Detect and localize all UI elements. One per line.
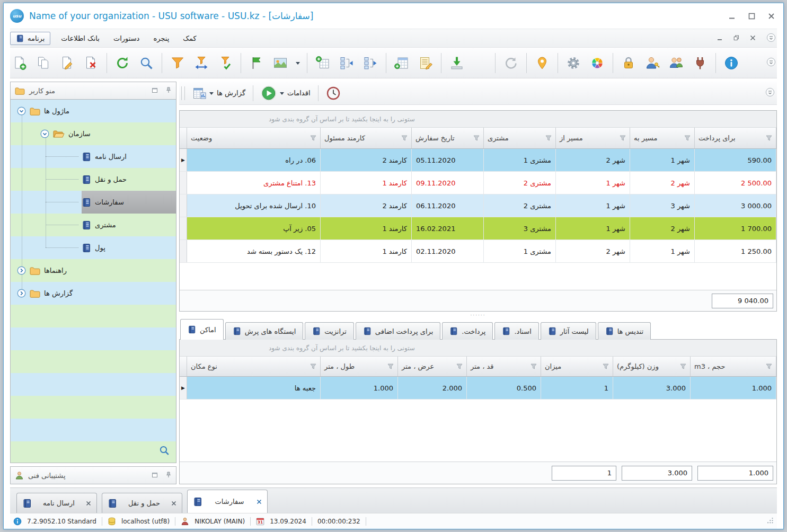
tree-item-reports[interactable]: گزارش ها <box>11 282 176 305</box>
expand-icon[interactable] <box>17 289 26 298</box>
column-header-employee[interactable]: کارمند مسئول <box>321 128 412 148</box>
column-header-weight[interactable]: وزن (کیلوگرم) <box>613 357 691 376</box>
filter-range-icon[interactable] <box>193 55 210 72</box>
resize-grip[interactable] <box>766 517 774 526</box>
collapse-icon[interactable] <box>17 107 26 116</box>
cell-length[interactable]: 1.000 <box>321 377 398 399</box>
cell-route-from[interactable]: شهر 1 <box>556 172 630 194</box>
order-row-3[interactable]: 10. ارسال شده برای تحویل کارمند 2 06.11.… <box>180 194 776 217</box>
edit-document-icon[interactable] <box>59 55 76 72</box>
refresh-icon[interactable] <box>114 55 131 72</box>
cell-amount[interactable]: 1 <box>541 377 613 399</box>
tab-statuses[interactable]: تندیس ها <box>598 322 651 340</box>
column-header-route-from[interactable]: مسیر از <box>556 128 630 148</box>
mdi-minimize-button[interactable] <box>717 34 723 42</box>
close-icon[interactable] <box>257 499 262 504</box>
tab-works-list[interactable]: لیست آثار <box>541 322 596 340</box>
cell-height[interactable]: 0.500 <box>467 377 541 399</box>
timer-button[interactable] <box>323 84 343 102</box>
filter-icon[interactable] <box>401 135 408 141</box>
cell-route-to[interactable]: شهر 2 <box>630 172 695 194</box>
filter-icon[interactable] <box>766 135 772 141</box>
tree-item-customer[interactable]: مشتری <box>11 214 176 236</box>
filter-icon[interactable] <box>545 135 552 141</box>
close-button[interactable] <box>768 13 775 20</box>
doc-tab-transport[interactable]: حمل و نقل <box>102 493 182 513</box>
sidebar-float-button[interactable] <box>152 87 158 95</box>
tab-jump-stations[interactable]: ایستگاه های پرش <box>225 322 304 340</box>
column-header-length[interactable]: طول ، متر <box>321 357 398 376</box>
close-icon[interactable] <box>171 501 176 506</box>
filter-icon[interactable] <box>310 135 316 141</box>
user-permissions-icon[interactable] <box>644 55 661 72</box>
cell-payment[interactable]: 1 250.00 <box>695 240 776 262</box>
cell-order-date[interactable]: 09.11.2020 <box>412 172 484 194</box>
filter-icon[interactable] <box>620 135 626 141</box>
cell-customer[interactable]: مشتری 1 <box>484 240 556 262</box>
cell-weight[interactable]: 3.000 <box>613 377 691 399</box>
cell-width[interactable]: 2.000 <box>398 377 467 399</box>
tree-search-button[interactable] <box>159 445 170 457</box>
cell-volume[interactable]: 1.000 <box>691 377 776 399</box>
tree-item-send-letter[interactable]: ارسال نامه <box>11 145 176 168</box>
cell-route-to[interactable]: شهر 3 <box>630 194 695 217</box>
filter-icon[interactable] <box>530 363 537 370</box>
filter-icon[interactable] <box>169 55 186 72</box>
cell-route-from[interactable]: شهر 2 <box>556 149 630 171</box>
cell-route-from[interactable]: شهر 1 <box>556 194 630 217</box>
plugin-icon[interactable] <box>692 55 709 72</box>
notes-icon[interactable] <box>417 55 434 72</box>
group-by-panel[interactable]: ستونی را به اینجا بکشید تا بر اساس آن گر… <box>180 111 776 128</box>
filter-icon[interactable] <box>684 135 691 141</box>
cell-employee[interactable]: کارمند 2 <box>321 194 412 217</box>
cell-route-to[interactable]: شهر 1 <box>630 240 695 262</box>
order-row-5[interactable]: 12. یک دستور بسته شد کارمند 1 02.11.2020… <box>180 240 776 263</box>
cell-route-to[interactable]: شهر 2 <box>630 217 695 240</box>
column-header-customer[interactable]: مشتری <box>484 128 556 148</box>
minimize-button[interactable] <box>729 13 736 20</box>
order-row-4[interactable]: 05. زیر آپ کارمند 1 16.02.2021 مشتری 3 ش… <box>180 217 776 240</box>
sidebar-pin-button[interactable] <box>165 87 172 95</box>
menu-item-help[interactable]: کمک <box>176 31 202 46</box>
cell-status[interactable]: 13. امتناع مشتری <box>187 172 321 194</box>
tree-item-transport[interactable]: حمل و نقل <box>11 168 176 191</box>
footer-float-button[interactable] <box>152 472 158 480</box>
settings-gear-icon[interactable] <box>565 55 582 72</box>
order-row-2[interactable]: 13. امتناع مشتری کارمند 1 09.11.2020 مشت… <box>180 172 776 194</box>
column-header-amount[interactable]: میزان <box>541 357 613 376</box>
toolbar-overflow-button[interactable] <box>766 57 776 68</box>
menu-item-program[interactable]: برنامه <box>10 32 50 45</box>
info-icon[interactable] <box>723 55 740 72</box>
tab-documents[interactable]: اسناد. <box>494 322 538 340</box>
cell-route-from[interactable]: شهر 2 <box>556 240 630 262</box>
cell-status[interactable]: 05. زیر آپ <box>187 217 321 240</box>
tree-expand-icon[interactable] <box>362 55 379 72</box>
horizontal-splitter[interactable]: ······ <box>179 312 777 318</box>
column-header-route-to[interactable]: مسیر به <box>630 128 695 148</box>
cell-employee[interactable]: کارمند 2 <box>321 149 412 171</box>
sync-disabled-icon[interactable] <box>502 55 519 72</box>
filter-icon[interactable] <box>603 363 609 370</box>
column-header-payment[interactable]: برای پرداخت <box>695 128 776 148</box>
footer-pin-button[interactable] <box>165 472 172 480</box>
filter-icon[interactable] <box>387 363 394 370</box>
menu-item-commands[interactable]: دستورات <box>107 31 146 46</box>
search-icon[interactable] <box>138 55 155 72</box>
cell-customer[interactable]: مشتری 3 <box>484 217 556 240</box>
cell-payment[interactable]: 2 500.00 <box>695 172 776 194</box>
cell-route-to[interactable]: شهر 1 <box>630 149 695 171</box>
tree-item-organization[interactable]: سازمان <box>11 122 176 145</box>
cell-payment[interactable]: 590.00 <box>695 149 776 171</box>
copy-document-icon[interactable] <box>35 55 52 72</box>
tree-item-money[interactable]: پول <box>11 236 176 259</box>
users-icon[interactable] <box>668 55 685 72</box>
menu-item-window[interactable]: پنجره <box>147 31 175 46</box>
tree-item-modules[interactable]: ماژول ها <box>11 100 176 122</box>
tab-transit[interactable]: ترانزیت <box>305 322 354 340</box>
cell-status[interactable]: 12. یک دستور بسته شد <box>187 240 321 262</box>
menu-item-database[interactable]: بانک اطلاعات <box>55 31 106 46</box>
column-header-status[interactable]: وضعیت <box>187 128 321 148</box>
filter-icon[interactable] <box>766 363 772 370</box>
image-picker-dropdown[interactable] <box>296 62 300 67</box>
actionsbar-overflow-button[interactable] <box>765 87 775 99</box>
